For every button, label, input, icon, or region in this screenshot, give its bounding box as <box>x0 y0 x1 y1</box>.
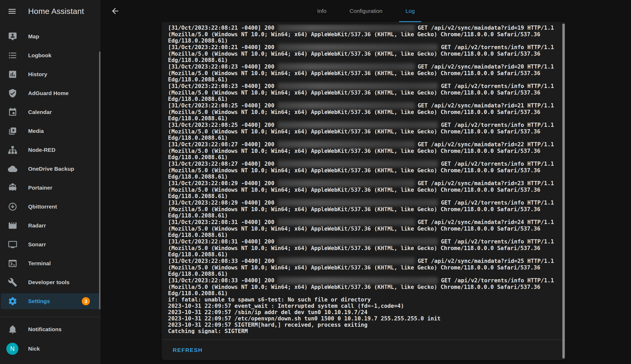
sidebar-item-portainer[interactable]: Portainer <box>0 178 101 197</box>
log-line-timestamp: [31/Oct/2023:22:08:31 -0400] 200 <box>168 238 274 245</box>
log-entry: [31/Oct/2023:22:08:25 -0400] 200GET /api… <box>168 102 554 122</box>
log-line-useragent: Edg/118.0.2088.61) <box>168 38 554 44</box>
log-line-useragent: Edg/118.0.2088.61) <box>168 154 554 160</box>
media-icon <box>8 126 17 136</box>
log-entry: [31/Oct/2023:22:08:25 -0400] 200GET /api… <box>168 122 554 141</box>
log-line-useragent: Edg/118.0.2088.61) <box>168 251 554 258</box>
log-line: [31/Oct/2023:22:08:33 -0400] 200GET /api… <box>168 258 554 264</box>
log-line-useragent: Edg/118.0.2088.61) <box>168 193 554 199</box>
log-line-useragent: (Mozilla/5.0 (Windows NT 10.0; Win64; x6… <box>168 264 554 271</box>
log-line: [31/Oct/2023:22:08:31 -0400] 200GET /api… <box>168 219 554 226</box>
calendar-icon <box>8 107 17 117</box>
sidebar-item-nick[interactable]: NNick <box>0 339 101 358</box>
log-line-timestamp: [31/Oct/2023:22:08:27 -0400] 200 <box>168 161 274 167</box>
bell-icon <box>8 325 17 334</box>
notification-badge: 3 <box>82 297 90 305</box>
log-line-useragent: Edg/118.0.2088.61) <box>168 290 554 297</box>
redacted-block <box>278 238 438 245</box>
sidebar-item-map[interactable]: Map <box>0 27 101 46</box>
log-line-useragent: Edg/118.0.2088.61) <box>168 271 554 277</box>
sidebar-item-sonarr[interactable]: Sonarr <box>0 235 101 254</box>
tab-info[interactable]: Info <box>311 0 333 22</box>
log-line-request: GET /api/v2/sync/maindata?rid=23 HTTP/1.… <box>418 180 554 186</box>
log-line-useragent: Edg/118.0.2088.61) <box>168 76 554 83</box>
log-entry: [31/Oct/2023:22:08:27 -0400] 200GET /api… <box>168 141 554 160</box>
log-line: Catching signal: SIGTERM <box>168 328 554 334</box>
sidebar-item-label: Portainer <box>28 185 52 191</box>
log-line-useragent: (Mozilla/5.0 (Windows NT 10.0; Win64; x6… <box>168 109 554 115</box>
redacted-block <box>278 83 438 90</box>
sidebar-item-label: Nick <box>28 346 40 352</box>
sidebar-item-label: Calendar <box>28 109 52 115</box>
sidebar-item-label: Settings <box>28 298 50 304</box>
log-line: [31/Oct/2023:22:08:21 -0400] 200GET /api… <box>168 44 554 51</box>
log-entry: [31/Oct/2023:22:08:31 -0400] 200GET /api… <box>168 238 554 258</box>
menu-icon <box>7 7 17 16</box>
log-line-timestamp: [31/Oct/2023:22:08:25 -0400] 200 <box>168 122 274 128</box>
redacted-block <box>278 219 415 226</box>
log-line-useragent: Edg/118.0.2088.61) <box>168 115 554 122</box>
sidebar-item-media[interactable]: Media <box>0 122 101 141</box>
sidebar-item-history[interactable]: History <box>0 65 101 84</box>
radarr-icon <box>8 221 17 230</box>
log-entry: [31/Oct/2023:22:08:27 -0400] 200GET /api… <box>168 160 554 180</box>
sidebar-item-notifications[interactable]: Notifications <box>0 320 101 339</box>
app-title: Home Assistant <box>28 7 84 16</box>
sidebar-item-label: Map <box>28 33 39 40</box>
log-line: [31/Oct/2023:22:08:31 -0400] 200GET /api… <box>168 238 554 245</box>
log-line-request: GET /api/v2/sync/maindata?rid=22 HTTP/1.… <box>418 141 554 148</box>
sidebar-item-adguard-home[interactable]: AdGuard Home <box>0 84 101 103</box>
log-line-useragent: (Mozilla/5.0 (Windows NT 10.0; Win64; x6… <box>168 167 554 174</box>
log-line: [31/Oct/2023:22:08:29 -0400] 200GET /api… <box>168 180 554 187</box>
log-line: [31/Oct/2023:22:08:23 -0400] 200GET /api… <box>168 83 554 90</box>
log-line: [31/Oct/2023:22:08:25 -0400] 200GET /api… <box>168 102 554 109</box>
sidebar-item-onedrive-backup[interactable]: OneDrive Backup <box>0 159 101 178</box>
log-entry: [31/Oct/2023:22:08:33 -0400] 200GET /api… <box>168 258 554 277</box>
log-line-useragent: (Mozilla/5.0 (Windows NT 10.0; Win64; x6… <box>168 148 554 154</box>
sidebar-item-label: Radarr <box>28 222 46 229</box>
log-line-request: GET /api/v2/torrents/info HTTP/1.1 <box>441 238 554 245</box>
log-line-request: GET /api/v2/sync/maindata?rid=19 HTTP/1.… <box>418 25 554 31</box>
log-line-timestamp: [31/Oct/2023:22:08:31 -0400] 200 <box>168 219 274 225</box>
tab-configuration[interactable]: Configuration <box>343 0 389 22</box>
redacted-block <box>278 160 438 167</box>
log-line-useragent: Edg/118.0.2088.61) <box>168 174 554 180</box>
refresh-button[interactable]: REFRESH <box>173 347 203 353</box>
log-output[interactable]: [31/Oct/2023:22:08:21 -0400] 200GET /api… <box>168 24 554 334</box>
sidebar-item-label: Node-RED <box>28 147 55 153</box>
sidebar-item-radarr[interactable]: Radarr <box>0 216 101 235</box>
log-card: [31/Oct/2023:22:08:21 -0400] 200GET /api… <box>162 22 566 360</box>
redacted-block <box>278 122 438 128</box>
log-line-request: GET /api/v2/torrents/info HTTP/1.1 <box>441 277 554 284</box>
history-icon <box>8 70 17 79</box>
adguard-icon <box>8 89 17 98</box>
sidebar-item-node-red[interactable]: Node-RED <box>0 141 101 159</box>
sidebar-item-calendar[interactable]: Calendar <box>0 103 101 122</box>
user-avatar: N <box>6 343 18 355</box>
log-entry: [31/Oct/2023:22:08:33 -0400] 200GET /api… <box>168 277 554 297</box>
sidebar-item-terminal[interactable]: Terminal <box>0 254 101 273</box>
sidebar-item-logbook[interactable]: Logbook <box>0 46 101 65</box>
sidebar-item-qbittorrent[interactable]: Qbittorrent <box>0 197 101 216</box>
log-line-useragent: (Mozilla/5.0 (Windows NT 10.0; Win64; x6… <box>168 31 554 38</box>
log-line: [31/Oct/2023:22:08:29 -0400] 200GET /api… <box>168 199 554 206</box>
log-line-request: GET /api/v2/torrents/info HTTP/1.1 <box>441 161 554 167</box>
qbittorrent-icon <box>8 202 17 211</box>
sidebar-item-label: Logbook <box>28 52 52 59</box>
log-entry: [31/Oct/2023:22:08:23 -0400] 200GET /api… <box>168 63 554 83</box>
home-assistant-window: Home Assistant MapLogbookHistoryAdGuard … <box>0 0 631 364</box>
sidebar-item-label: OneDrive Backup <box>28 166 74 172</box>
log-line: 2023-10-31 22:09:57 /etc/openvpn/down.sh… <box>168 315 554 322</box>
log-entry: [31/Oct/2023:22:08:29 -0400] 200GET /api… <box>168 180 554 199</box>
log-scrollbar[interactable] <box>562 24 565 358</box>
sidebar-item-settings[interactable]: Settings3 <box>0 292 101 311</box>
sidebar-scrollbar[interactable] <box>99 51 100 309</box>
sidebar-toggle-button[interactable] <box>7 7 17 16</box>
redacted-block <box>278 199 438 206</box>
sidebar-item-developer-tools[interactable]: Developer tools <box>0 273 101 292</box>
log-line: [31/Oct/2023:22:08:27 -0400] 200GET /api… <box>168 160 554 167</box>
log-line-useragent: (Mozilla/5.0 (Windows NT 10.0; Win64; x6… <box>168 70 554 76</box>
tab-log[interactable]: Log <box>399 0 421 22</box>
log-line-useragent: Edg/118.0.2088.61) <box>168 135 554 141</box>
log-line-timestamp: [31/Oct/2023:22:08:21 -0400] 200 <box>168 25 274 31</box>
